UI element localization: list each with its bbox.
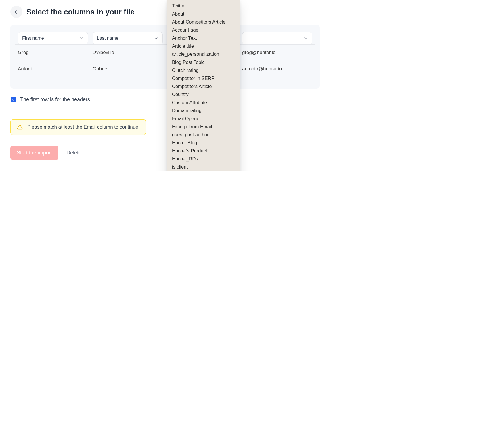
dropdown-item[interactable]: Article title — [169, 42, 238, 50]
dropdown-item[interactable]: Account age — [169, 26, 238, 34]
dropdown-item[interactable]: Hunter Blog — [169, 139, 238, 147]
dropdown-item[interactable]: guest post author — [169, 131, 238, 139]
start-import-button[interactable]: Start the import — [10, 146, 58, 160]
chevron-down-icon — [154, 36, 158, 41]
dropdown-item[interactable]: About Competitors Article — [169, 18, 238, 26]
chevron-down-icon — [303, 36, 308, 41]
warning-alert: Please match at least the Email column t… — [10, 119, 146, 135]
delete-link[interactable]: Delete — [66, 150, 81, 156]
table-row: Greg D'Aboville greg@hunter.io — [15, 44, 315, 61]
header-row-checkbox-row: The first row is for the headers — [10, 97, 320, 103]
alert-text: Please match at least the Email column t… — [27, 124, 139, 130]
dropdown-item[interactable]: Domain rating — [169, 106, 238, 114]
dropdown-item[interactable]: Hunter_RDs — [169, 155, 238, 163]
checkbox-label: The first row is for the headers — [20, 97, 90, 103]
table-cell: Antonio — [18, 66, 88, 72]
arrow-left-icon — [14, 9, 19, 14]
dropdown-item[interactable]: Excerpt from Email — [169, 122, 238, 131]
dropdown-item[interactable]: Hunter's Product — [169, 147, 238, 155]
columns-table: First name Last name — [10, 25, 320, 89]
dropdown-item[interactable]: is client — [169, 163, 238, 171]
column-select-3 — [242, 32, 312, 44]
table-row: Antonio Gabric antonio@hunter.io — [15, 61, 315, 77]
column-select-0: First name — [18, 32, 88, 44]
dropdown-list: TwitterAboutAbout Competitors ArticleAcc… — [169, 2, 238, 171]
dropdown-item[interactable]: article_personalization — [169, 50, 238, 58]
dropdown-item[interactable]: Competitor in SERP — [169, 74, 238, 82]
dropdown-item[interactable]: LI profile — [169, 171, 238, 171]
column-select-dropdown[interactable] — [242, 32, 312, 44]
warning-icon — [17, 124, 23, 130]
column-select-dropdown[interactable]: Last name — [93, 32, 163, 44]
select-label: First name — [22, 36, 44, 41]
page-wrapper: Select the columns in your file First na… — [0, 0, 330, 171]
actions-row: Start the import Delete — [10, 146, 320, 160]
dropdown-item[interactable]: Custom Attribute — [169, 98, 238, 106]
dropdown-item[interactable]: Clutch rating — [169, 66, 238, 74]
column-select-1: Last name — [93, 32, 163, 44]
dropdown-item[interactable]: About — [169, 10, 238, 18]
header-row: Select the columns in your file — [10, 6, 320, 18]
table-cell: greg@hunter.io — [242, 50, 312, 55]
column-select-dropdown[interactable]: First name — [18, 32, 88, 44]
table-cell: Greg — [18, 50, 88, 55]
dropdown-item[interactable]: Email Opener — [169, 114, 238, 122]
table-cell: antonio@hunter.io — [242, 66, 312, 72]
back-button[interactable] — [10, 6, 22, 18]
dropdown-item[interactable]: Anchor Text — [169, 34, 238, 42]
select-label: Last name — [97, 36, 118, 41]
dropdown-item[interactable]: Twitter — [169, 2, 238, 10]
dropdown-item[interactable]: Blog Post Topic — [169, 58, 238, 66]
column-selectors-row: First name Last name — [15, 32, 315, 44]
table-cell: Gabric — [93, 66, 163, 72]
dropdown-item[interactable]: Competitors Article — [169, 82, 238, 90]
table-cell: D'Aboville — [93, 50, 163, 55]
chevron-down-icon — [79, 36, 84, 41]
page-title: Select the columns in your file — [26, 7, 135, 16]
attribute-dropdown[interactable]: TwitterAboutAbout Competitors ArticleAcc… — [167, 0, 240, 171]
check-icon — [12, 98, 15, 102]
header-row-checkbox[interactable] — [11, 97, 16, 102]
dropdown-item[interactable]: Country — [169, 90, 238, 98]
